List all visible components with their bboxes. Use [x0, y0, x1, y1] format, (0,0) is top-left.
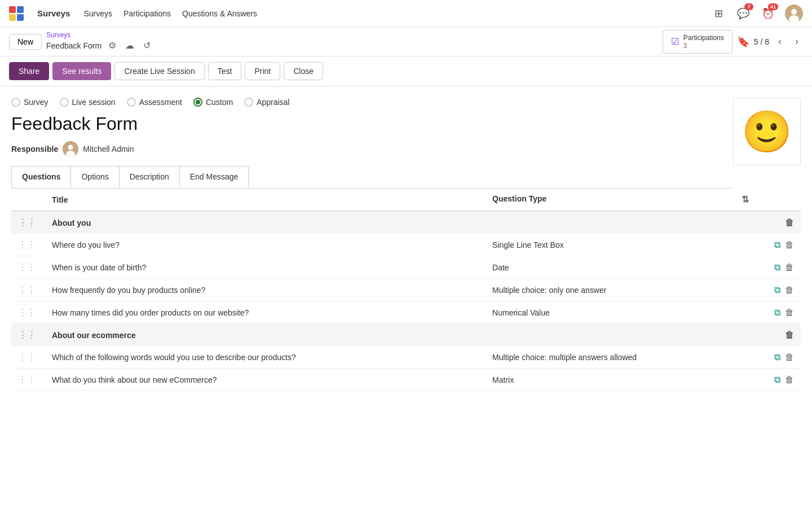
question-actions-row: ⧉ 🗑: [762, 308, 794, 318]
reset-icon[interactable]: ↺: [141, 39, 153, 52]
next-arrow[interactable]: ›: [791, 33, 803, 50]
copy-icon[interactable]: ⧉: [774, 262, 780, 273]
th-title: Title: [45, 189, 486, 211]
radio-label-live-session: Live session: [72, 98, 116, 107]
copy-icon[interactable]: ⧉: [774, 352, 780, 362]
tab-end-message[interactable]: End Message: [179, 166, 249, 188]
nav-participations[interactable]: Participations: [123, 9, 171, 18]
radio-survey[interactable]: Survey: [11, 98, 48, 107]
participations-info: Participations 3: [683, 34, 724, 50]
sort-icon[interactable]: ⇅: [742, 194, 749, 205]
grid-icon[interactable]: ⊞: [710, 6, 726, 21]
form-header-left: Survey Live session Assessment Custom Ap…: [11, 98, 733, 189]
share-button[interactable]: Share: [9, 62, 49, 80]
tab-questions[interactable]: Questions: [11, 166, 71, 188]
breadcrumb-current: Feedback Form ⚙ ☁ ↺: [46, 39, 153, 52]
participations-count: 3: [683, 42, 724, 50]
new-button[interactable]: New: [9, 34, 42, 50]
logo-dot-yellow: [9, 14, 16, 21]
radio-custom[interactable]: Custom: [193, 98, 233, 107]
question-actions: ⧉ 🗑: [756, 256, 801, 279]
form-image[interactable]: 🙂: [733, 98, 801, 165]
delete-icon[interactable]: 🗑: [785, 240, 794, 250]
delete-icon[interactable]: 🗑: [785, 308, 794, 318]
question-title[interactable]: Where do you live?: [45, 234, 486, 256]
table-header: Title Question Type ⇅: [11, 189, 801, 211]
drag-handle[interactable]: ⋮⋮: [18, 307, 38, 318]
drag-handle[interactable]: ⋮⋮: [18, 239, 38, 250]
participations-button[interactable]: ☑ Participations 3: [663, 30, 732, 54]
radio-appraisal[interactable]: Appraisal: [244, 98, 289, 107]
section-actions: 🗑: [756, 211, 801, 234]
form-title[interactable]: Feedback Form: [11, 113, 733, 134]
responsible-row: Responsible Mitchell Admin: [11, 141, 733, 157]
tabs: Questions Options Description End Messag…: [11, 166, 733, 189]
delete-icon[interactable]: 🗑: [785, 375, 794, 385]
delete-icon[interactable]: 🗑: [785, 330, 794, 340]
radio-live-session[interactable]: Live session: [60, 98, 116, 107]
radio-circle-live-session: [60, 98, 69, 107]
prev-arrow[interactable]: ‹: [774, 33, 786, 50]
section-actions-row: 🗑: [762, 218, 794, 228]
close-button[interactable]: Close: [284, 62, 323, 80]
question-actions-row: ⧉ 🗑: [762, 262, 794, 273]
copy-icon[interactable]: ⧉: [774, 285, 780, 295]
question-title[interactable]: What do you think about our new eCommerc…: [45, 369, 486, 391]
tab-description[interactable]: Description: [119, 166, 180, 188]
nav-surveys[interactable]: Surveys: [83, 9, 112, 18]
question-actions: ⧉ 🗑: [756, 346, 801, 369]
chat-icon[interactable]: 💬 7: [735, 6, 751, 21]
responsible-label: Responsible: [11, 144, 58, 154]
drag-handle[interactable]: ⋮⋮: [18, 284, 38, 295]
drag-handle[interactable]: ⋮⋮: [18, 330, 38, 340]
logo-dot-blue2: [17, 14, 24, 21]
bookmark-icon[interactable]: 🔖: [737, 36, 749, 48]
th-drag: [11, 189, 45, 211]
create-live-session-button[interactable]: Create Live Session: [114, 62, 204, 80]
drag-handle[interactable]: ⋮⋮: [18, 217, 38, 228]
settings-icon[interactable]: ⚙: [106, 39, 118, 52]
th-actions: [756, 189, 801, 211]
copy-icon[interactable]: ⧉: [774, 308, 780, 318]
responsible-avatar: [63, 141, 78, 157]
delete-icon[interactable]: 🗑: [785, 262, 794, 273]
see-results-button[interactable]: See results: [52, 62, 111, 80]
copy-icon[interactable]: ⧉: [774, 375, 780, 385]
drag-handle[interactable]: ⋮⋮: [18, 352, 38, 362]
nav-questions-answers[interactable]: Questions & Answers: [182, 9, 257, 18]
drag-handle[interactable]: ⋮⋮: [18, 374, 38, 385]
tab-options[interactable]: Options: [70, 166, 119, 188]
question-title[interactable]: How many times did you order products on…: [45, 301, 486, 324]
question-type: Multiple choice: multiple answers allowe…: [486, 346, 756, 369]
delete-icon[interactable]: 🗑: [785, 218, 794, 228]
main-content: Survey Live session Assessment Custom Ap…: [0, 86, 812, 402]
copy-icon[interactable]: ⧉: [774, 240, 780, 250]
question-actions-row: ⧉ 🗑: [762, 285, 794, 295]
delete-icon[interactable]: 🗑: [785, 352, 794, 362]
question-title[interactable]: When is your date of birth?: [45, 256, 486, 279]
table-section-row: ⋮⋮ About you 🗑: [11, 211, 801, 234]
user-avatar[interactable]: [785, 5, 803, 23]
question-actions: ⧉ 🗑: [756, 279, 801, 301]
svg-point-1: [791, 9, 797, 15]
question-title[interactable]: Which of the following words would you u…: [45, 346, 486, 369]
question-actions: ⧉ 🗑: [756, 234, 801, 256]
drag-handle-cell: ⋮⋮: [11, 234, 45, 256]
pagination: 5 / 8: [754, 37, 769, 46]
radio-assessment[interactable]: Assessment: [127, 98, 182, 107]
clock-badge: 41: [768, 3, 778, 10]
section-title: About you: [45, 211, 756, 234]
chat-badge: 7: [744, 3, 753, 10]
check-icon: ☑: [671, 36, 679, 47]
app-name: Surveys: [37, 8, 70, 18]
test-button[interactable]: Test: [208, 62, 242, 80]
question-title[interactable]: How frequently do you buy products onlin…: [45, 279, 486, 301]
print-button[interactable]: Print: [245, 62, 280, 80]
clock-icon[interactable]: ⏰ 41: [760, 6, 776, 21]
radio-circle-appraisal: [244, 98, 253, 107]
drag-handle[interactable]: ⋮⋮: [18, 262, 38, 273]
cloud-upload-icon[interactable]: ☁: [123, 39, 136, 52]
delete-icon[interactable]: 🗑: [785, 285, 794, 295]
question-type: Date: [486, 256, 756, 279]
breadcrumb-parent[interactable]: Surveys: [46, 31, 153, 39]
